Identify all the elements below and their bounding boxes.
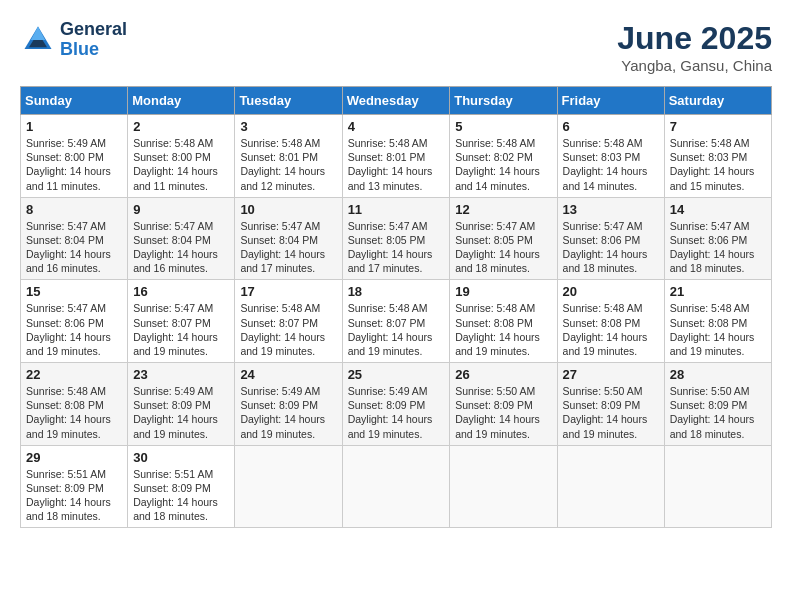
day-detail: Sunrise: 5:48 AMSunset: 8:08 PMDaylight:… xyxy=(670,302,755,357)
day-number: 17 xyxy=(240,284,336,299)
table-row xyxy=(557,445,664,528)
calendar-week-row: 1 Sunrise: 5:49 AMSunset: 8:00 PMDayligh… xyxy=(21,115,772,198)
day-detail: Sunrise: 5:48 AMSunset: 8:08 PMDaylight:… xyxy=(455,302,540,357)
table-row: 29 Sunrise: 5:51 AMSunset: 8:09 PMDaylig… xyxy=(21,445,128,528)
col-sunday: Sunday xyxy=(21,87,128,115)
day-number: 27 xyxy=(563,367,659,382)
calendar-week-row: 15 Sunrise: 5:47 AMSunset: 8:06 PMDaylig… xyxy=(21,280,772,363)
table-row: 25 Sunrise: 5:49 AMSunset: 8:09 PMDaylig… xyxy=(342,363,450,446)
day-detail: Sunrise: 5:47 AMSunset: 8:06 PMDaylight:… xyxy=(563,220,648,275)
table-row: 5 Sunrise: 5:48 AMSunset: 8:02 PMDayligh… xyxy=(450,115,557,198)
day-detail: Sunrise: 5:48 AMSunset: 8:03 PMDaylight:… xyxy=(670,137,755,192)
day-detail: Sunrise: 5:47 AMSunset: 8:07 PMDaylight:… xyxy=(133,302,218,357)
page-header: General Blue June 2025 Yangba, Gansu, Ch… xyxy=(20,20,772,74)
day-number: 30 xyxy=(133,450,229,465)
day-number: 4 xyxy=(348,119,445,134)
table-row: 14 Sunrise: 5:47 AMSunset: 8:06 PMDaylig… xyxy=(664,197,771,280)
day-detail: Sunrise: 5:48 AMSunset: 8:02 PMDaylight:… xyxy=(455,137,540,192)
table-row: 24 Sunrise: 5:49 AMSunset: 8:09 PMDaylig… xyxy=(235,363,342,446)
table-row: 23 Sunrise: 5:49 AMSunset: 8:09 PMDaylig… xyxy=(128,363,235,446)
table-row xyxy=(342,445,450,528)
day-detail: Sunrise: 5:49 AMSunset: 8:00 PMDaylight:… xyxy=(26,137,111,192)
day-detail: Sunrise: 5:48 AMSunset: 8:07 PMDaylight:… xyxy=(240,302,325,357)
logo-icon xyxy=(20,22,56,58)
day-number: 10 xyxy=(240,202,336,217)
calendar-header-row: Sunday Monday Tuesday Wednesday Thursday… xyxy=(21,87,772,115)
calendar-week-row: 8 Sunrise: 5:47 AMSunset: 8:04 PMDayligh… xyxy=(21,197,772,280)
col-friday: Friday xyxy=(557,87,664,115)
day-detail: Sunrise: 5:48 AMSunset: 8:01 PMDaylight:… xyxy=(348,137,433,192)
table-row: 19 Sunrise: 5:48 AMSunset: 8:08 PMDaylig… xyxy=(450,280,557,363)
day-number: 26 xyxy=(455,367,551,382)
table-row: 12 Sunrise: 5:47 AMSunset: 8:05 PMDaylig… xyxy=(450,197,557,280)
logo-blue: Blue xyxy=(60,39,99,59)
day-detail: Sunrise: 5:47 AMSunset: 8:06 PMDaylight:… xyxy=(26,302,111,357)
day-number: 22 xyxy=(26,367,122,382)
day-number: 25 xyxy=(348,367,445,382)
table-row: 28 Sunrise: 5:50 AMSunset: 8:09 PMDaylig… xyxy=(664,363,771,446)
logo-general: General xyxy=(60,19,127,39)
logo: General Blue xyxy=(20,20,127,60)
day-detail: Sunrise: 5:51 AMSunset: 8:09 PMDaylight:… xyxy=(26,468,111,523)
day-detail: Sunrise: 5:48 AMSunset: 8:07 PMDaylight:… xyxy=(348,302,433,357)
day-detail: Sunrise: 5:48 AMSunset: 8:01 PMDaylight:… xyxy=(240,137,325,192)
svg-marker-2 xyxy=(31,26,45,40)
day-detail: Sunrise: 5:50 AMSunset: 8:09 PMDaylight:… xyxy=(563,385,648,440)
table-row: 9 Sunrise: 5:47 AMSunset: 8:04 PMDayligh… xyxy=(128,197,235,280)
day-number: 16 xyxy=(133,284,229,299)
month-title: June 2025 xyxy=(617,20,772,57)
table-row: 17 Sunrise: 5:48 AMSunset: 8:07 PMDaylig… xyxy=(235,280,342,363)
day-detail: Sunrise: 5:50 AMSunset: 8:09 PMDaylight:… xyxy=(455,385,540,440)
day-number: 5 xyxy=(455,119,551,134)
calendar-table: Sunday Monday Tuesday Wednesday Thursday… xyxy=(20,86,772,528)
table-row: 15 Sunrise: 5:47 AMSunset: 8:06 PMDaylig… xyxy=(21,280,128,363)
calendar-week-row: 29 Sunrise: 5:51 AMSunset: 8:09 PMDaylig… xyxy=(21,445,772,528)
day-detail: Sunrise: 5:48 AMSunset: 8:08 PMDaylight:… xyxy=(26,385,111,440)
day-detail: Sunrise: 5:49 AMSunset: 8:09 PMDaylight:… xyxy=(240,385,325,440)
table-row: 11 Sunrise: 5:47 AMSunset: 8:05 PMDaylig… xyxy=(342,197,450,280)
day-detail: Sunrise: 5:49 AMSunset: 8:09 PMDaylight:… xyxy=(133,385,218,440)
table-row: 4 Sunrise: 5:48 AMSunset: 8:01 PMDayligh… xyxy=(342,115,450,198)
table-row: 26 Sunrise: 5:50 AMSunset: 8:09 PMDaylig… xyxy=(450,363,557,446)
day-number: 13 xyxy=(563,202,659,217)
day-number: 29 xyxy=(26,450,122,465)
day-detail: Sunrise: 5:47 AMSunset: 8:04 PMDaylight:… xyxy=(26,220,111,275)
day-number: 7 xyxy=(670,119,766,134)
title-block: June 2025 Yangba, Gansu, China xyxy=(617,20,772,74)
table-row: 22 Sunrise: 5:48 AMSunset: 8:08 PMDaylig… xyxy=(21,363,128,446)
day-detail: Sunrise: 5:49 AMSunset: 8:09 PMDaylight:… xyxy=(348,385,433,440)
table-row: 16 Sunrise: 5:47 AMSunset: 8:07 PMDaylig… xyxy=(128,280,235,363)
table-row: 13 Sunrise: 5:47 AMSunset: 8:06 PMDaylig… xyxy=(557,197,664,280)
day-number: 11 xyxy=(348,202,445,217)
table-row: 30 Sunrise: 5:51 AMSunset: 8:09 PMDaylig… xyxy=(128,445,235,528)
day-number: 12 xyxy=(455,202,551,217)
table-row: 6 Sunrise: 5:48 AMSunset: 8:03 PMDayligh… xyxy=(557,115,664,198)
table-row xyxy=(450,445,557,528)
table-row: 8 Sunrise: 5:47 AMSunset: 8:04 PMDayligh… xyxy=(21,197,128,280)
table-row xyxy=(664,445,771,528)
day-number: 19 xyxy=(455,284,551,299)
table-row: 2 Sunrise: 5:48 AMSunset: 8:00 PMDayligh… xyxy=(128,115,235,198)
day-number: 1 xyxy=(26,119,122,134)
table-row: 10 Sunrise: 5:47 AMSunset: 8:04 PMDaylig… xyxy=(235,197,342,280)
table-row: 3 Sunrise: 5:48 AMSunset: 8:01 PMDayligh… xyxy=(235,115,342,198)
logo-text: General Blue xyxy=(60,20,127,60)
col-wednesday: Wednesday xyxy=(342,87,450,115)
day-number: 2 xyxy=(133,119,229,134)
table-row: 20 Sunrise: 5:48 AMSunset: 8:08 PMDaylig… xyxy=(557,280,664,363)
day-number: 15 xyxy=(26,284,122,299)
table-row: 1 Sunrise: 5:49 AMSunset: 8:00 PMDayligh… xyxy=(21,115,128,198)
day-detail: Sunrise: 5:51 AMSunset: 8:09 PMDaylight:… xyxy=(133,468,218,523)
col-tuesday: Tuesday xyxy=(235,87,342,115)
day-number: 18 xyxy=(348,284,445,299)
calendar-week-row: 22 Sunrise: 5:48 AMSunset: 8:08 PMDaylig… xyxy=(21,363,772,446)
day-detail: Sunrise: 5:48 AMSunset: 8:00 PMDaylight:… xyxy=(133,137,218,192)
day-number: 23 xyxy=(133,367,229,382)
table-row: 18 Sunrise: 5:48 AMSunset: 8:07 PMDaylig… xyxy=(342,280,450,363)
col-saturday: Saturday xyxy=(664,87,771,115)
day-detail: Sunrise: 5:50 AMSunset: 8:09 PMDaylight:… xyxy=(670,385,755,440)
day-number: 8 xyxy=(26,202,122,217)
col-monday: Monday xyxy=(128,87,235,115)
day-number: 21 xyxy=(670,284,766,299)
table-row xyxy=(235,445,342,528)
